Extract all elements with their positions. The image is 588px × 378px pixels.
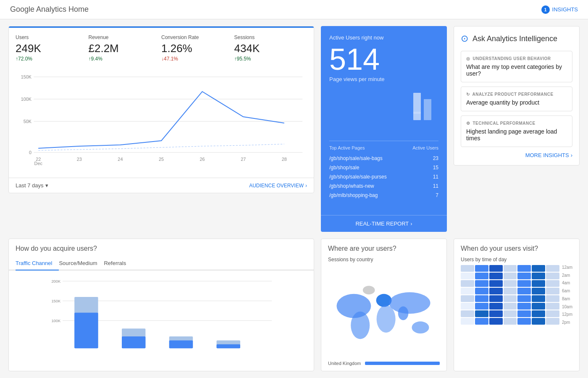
heatmap-cell (517, 273, 531, 279)
heatmap-labels: 12am2am4am6am8am10am12pm2pm (562, 265, 572, 325)
users-change: ↑72.0% (16, 56, 82, 62)
users-value: 249K (16, 42, 82, 55)
heatmap-cell (546, 265, 559, 272)
heatmap-cell (475, 273, 488, 279)
au-footer[interactable]: REAL-TIME REPORT › (321, 215, 447, 232)
svg-text:0: 0 (29, 150, 32, 155)
svg-text:150K: 150K (21, 75, 32, 79)
insights-label: INSIGHTS (552, 6, 578, 13)
au-table-row: /gb/shop/sale/sale-bags23 (329, 154, 438, 163)
heatmap-cell (532, 288, 545, 294)
heatmap-cell (489, 310, 503, 317)
ai-item-text: Average quantity by product (466, 99, 567, 106)
metric-users: Users 249K ↑72.0% (16, 34, 89, 62)
heatmap-cell (504, 288, 517, 294)
more-insights-link[interactable]: MORE INSIGHTS › (461, 152, 572, 158)
svg-point-40 (398, 307, 409, 320)
heatmap-cell (546, 288, 559, 294)
heatmap-cell (461, 273, 474, 279)
svg-rect-32 (217, 344, 240, 348)
heatmap-cell (489, 273, 503, 279)
audience-overview-link[interactable]: AUDIENCE OVERVIEW › (249, 183, 307, 189)
period-select[interactable]: Last 7 days ▾ (16, 182, 48, 189)
heatmap-cell (532, 295, 545, 302)
country-label: United Kingdom (328, 361, 362, 366)
svg-text:150K: 150K (51, 299, 61, 303)
svg-rect-30 (169, 340, 193, 348)
heatmap-time-label: 2pm (562, 320, 572, 325)
ai-title: Ask Analytics Intelligence (472, 34, 557, 43)
heatmap-cell (517, 310, 531, 317)
active-users-card: Active Users right now 514 Page views pe… (321, 26, 447, 232)
ai-category-icon: ◎ (466, 56, 470, 61)
heatmap-cell (475, 310, 488, 317)
heatmap-cell (546, 273, 559, 279)
svg-point-38 (412, 321, 429, 333)
heatmap-cell (546, 310, 559, 317)
svg-point-34 (351, 312, 370, 339)
heatmap-cell (504, 280, 517, 287)
ai-item-category: ↻ ANALYZE PRODUCT PERFORMANCE (466, 92, 567, 97)
heatmap-time-label: 4am (562, 281, 572, 285)
svg-text:28: 28 (282, 157, 287, 162)
heatmap-time-label: 6am (562, 289, 572, 293)
heatmap-cell (475, 295, 488, 302)
insights-button[interactable]: 1 INSIGHTS (541, 5, 578, 14)
heatmap-time-label: 8am (562, 297, 572, 301)
ai-item[interactable]: ◎ UNDERSTANDING USER BEHAVIOR What are m… (461, 51, 572, 82)
heatmap-cell (532, 303, 545, 310)
au-table-row: /gb/shop/sale/sale-purses11 (329, 172, 438, 181)
heatmap-cell (517, 280, 531, 287)
svg-rect-17 (424, 99, 431, 120)
heatmap-cell (532, 310, 545, 317)
ai-category-icon: ⚙ (466, 121, 470, 126)
au-chart-svg (329, 91, 438, 124)
heatmap-cell (461, 295, 474, 302)
uk-bar-row: United Kingdom (328, 361, 440, 366)
acquire-tab-1[interactable]: Source/Medium (59, 257, 104, 270)
heatmap-cell (504, 303, 517, 310)
heatmap-cell (504, 273, 517, 279)
heatmap-cell (461, 310, 474, 317)
top-row: Users 249K ↑72.0% Revenue £2.2M ↑9.4% Co… (8, 26, 580, 232)
when-title: When do your users visit? (454, 239, 579, 257)
heatmap-cell (475, 288, 488, 294)
metrics-stats: Users 249K ↑72.0% Revenue £2.2M ↑9.4% Co… (16, 34, 307, 62)
acquire-tab-0[interactable]: Traffic Channel (16, 257, 59, 270)
line-chart-area: 150K 100K 50K 0 22 Dec 23 24 25 (16, 68, 307, 169)
revenue-change: ↑9.4% (89, 56, 155, 62)
metric-conversion: Conversion Rate 1.26% ↓47.1% (161, 34, 234, 62)
ai-item[interactable]: ⚙ TECHNICAL PERFORMANCE Highest landing … (461, 116, 572, 147)
au-table-row: /gb/shop/whats-new11 (329, 181, 438, 191)
world-map-svg (328, 278, 440, 347)
acquire-tabs: Traffic ChannelSource/MediumReferrals (9, 257, 314, 270)
heatmap-cell (517, 288, 531, 294)
heatmap-cell (532, 318, 545, 325)
uk-bar-area: United Kingdom (321, 361, 446, 371)
insights-badge: 1 (541, 5, 550, 14)
heatmap-time-label: 12am (562, 265, 572, 270)
app-title: Google Analytics Home (10, 5, 89, 14)
ai-icon: ⊙ (461, 33, 468, 44)
metrics-card: Users 249K ↑72.0% Revenue £2.2M ↑9.4% Co… (8, 26, 314, 193)
au-label: Active Users right now (329, 34, 438, 41)
svg-point-37 (389, 292, 430, 314)
svg-rect-16 (413, 93, 421, 120)
svg-text:100K: 100K (51, 318, 61, 323)
ai-item[interactable]: ↻ ANALYZE PRODUCT PERFORMANCE Average qu… (461, 87, 572, 111)
heatmap-cell (504, 310, 517, 317)
users-label: Users (16, 34, 82, 40)
acquire-tab-2[interactable]: Referrals (104, 257, 133, 270)
where-card: Where are your users? Sessions by countr… (321, 239, 447, 371)
heatmap-time-label: 2am (562, 273, 572, 278)
svg-text:100K: 100K (21, 97, 32, 102)
heatmap-cell (461, 318, 474, 325)
ai-category-icon: ↻ (466, 92, 470, 97)
heatmap-cell (475, 318, 488, 325)
heatmap-cell (461, 265, 474, 272)
heatmap-cell (517, 295, 531, 302)
ai-header: ⊙ Ask Analytics Intelligence (461, 33, 572, 44)
line-chart-svg: 150K 100K 50K 0 22 Dec 23 24 25 (16, 68, 307, 169)
heatmap-label: Users by time of day (454, 257, 579, 265)
heatmap-cell (546, 303, 559, 310)
